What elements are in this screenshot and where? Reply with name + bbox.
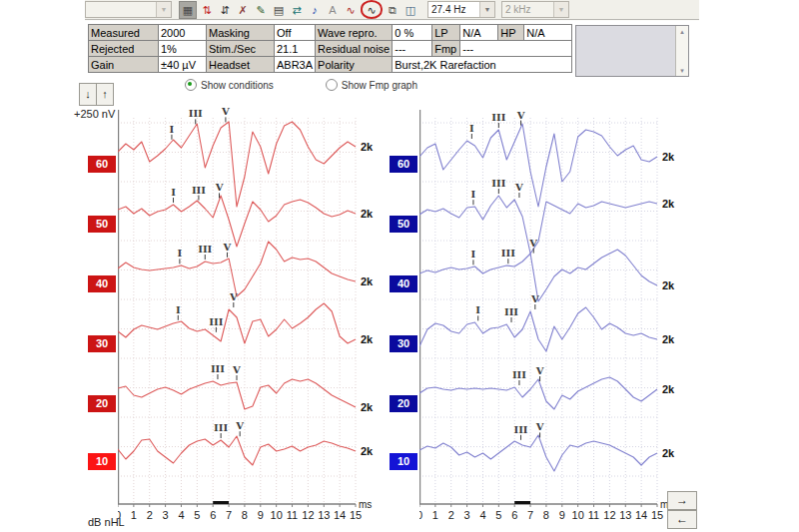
scroll-down-icon[interactable]: ▾ bbox=[676, 65, 688, 76]
x-tick-label: 15 bbox=[651, 509, 663, 521]
table-value-cell: N/A bbox=[524, 25, 572, 41]
abr-curve-right-20[interactable]: IIIV bbox=[419, 365, 657, 409]
abr-curve-left-60[interactable]: IIIIV bbox=[118, 108, 356, 207]
wave-marker-label[interactable]: I bbox=[471, 189, 476, 200]
page-right-button[interactable]: → bbox=[667, 491, 697, 510]
rate-combobox[interactable]: 27.4 Hz ▼ bbox=[427, 1, 495, 18]
edit-report-icon[interactable]: ✎ bbox=[253, 2, 269, 18]
arrange-curves-icon[interactable]: ⇵ bbox=[217, 2, 233, 18]
stimulus-suffix-label: 2k bbox=[361, 333, 374, 345]
overlay-view-icon[interactable]: ▦ bbox=[179, 1, 197, 19]
waveform-trace[interactable] bbox=[419, 377, 657, 409]
talk-forward-icon[interactable]: ♪ bbox=[307, 2, 323, 18]
level-label-right-10[interactable]: 10 bbox=[390, 453, 417, 470]
abr-curve-left-40[interactable]: IIIIV bbox=[118, 242, 356, 296]
wave-marker-label[interactable]: V bbox=[215, 182, 224, 193]
stimulus-suffix-label: 2k bbox=[662, 279, 675, 291]
level-label-left-50[interactable]: 50 bbox=[88, 216, 116, 233]
wave-marker-label[interactable]: I bbox=[176, 304, 181, 315]
wave-marker-label[interactable]: III bbox=[501, 248, 515, 259]
wave-marker-label[interactable]: V bbox=[221, 108, 230, 117]
delete-curve-icon[interactable]: ✗ bbox=[235, 2, 251, 18]
abr-curve-left-10[interactable]: IIIV bbox=[118, 420, 356, 465]
wave-marker-label[interactable]: III bbox=[209, 316, 223, 327]
level-label-right-60[interactable]: 60 bbox=[390, 156, 417, 173]
shift-down-button[interactable]: ↓ bbox=[79, 83, 97, 106]
abr-curve-right-30[interactable]: IIIIV bbox=[419, 293, 657, 351]
x-tick-label: 4 bbox=[479, 509, 485, 521]
abr-curve-right-10[interactable]: IIIV bbox=[419, 421, 657, 471]
wave-marker-label[interactable]: III bbox=[211, 363, 225, 374]
abr-curve-left-20[interactable]: IIIV bbox=[118, 363, 356, 409]
wave-marker-label[interactable]: I bbox=[171, 187, 176, 198]
wave-marker-label[interactable]: I bbox=[471, 249, 476, 260]
abr-curve-right-40[interactable]: IIIIV bbox=[419, 238, 657, 301]
waveform-trace[interactable] bbox=[419, 124, 657, 207]
info-panel-scrollbar[interactable]: ▴ ▾ bbox=[675, 26, 688, 76]
level-label-left-40[interactable]: 40 bbox=[88, 275, 116, 292]
wave-marker-label[interactable]: III bbox=[189, 108, 203, 119]
show-conditions-radio[interactable]: Show conditions bbox=[185, 79, 274, 91]
abr-curve-right-50[interactable]: IIIIV bbox=[419, 178, 657, 254]
level-label-left-10[interactable]: 10 bbox=[88, 453, 116, 470]
preset-combobox[interactable]: ▼ bbox=[85, 1, 172, 18]
level-label-right-20[interactable]: 20 bbox=[390, 395, 417, 412]
text-cursor-icon[interactable]: A bbox=[325, 2, 341, 18]
waveform-trace[interactable] bbox=[419, 435, 657, 471]
x-tick-label: 7 bbox=[527, 509, 533, 521]
waveform-trace[interactable] bbox=[118, 436, 356, 465]
scroll-up-icon[interactable]: ▴ bbox=[676, 26, 688, 37]
wave-marker-label[interactable]: I bbox=[475, 304, 480, 315]
print-icon[interactable]: ▤ bbox=[271, 2, 287, 18]
wave-marker-label[interactable]: III bbox=[192, 185, 206, 196]
wave-marker-label[interactable]: III bbox=[198, 244, 212, 255]
save-icon[interactable]: ◫ bbox=[402, 2, 418, 18]
wave-marker-label[interactable]: I bbox=[170, 124, 175, 135]
wave-marker-label[interactable]: V bbox=[232, 364, 241, 375]
wave-repro-icon[interactable]: ∿ bbox=[361, 0, 383, 19]
transfer-icon[interactable]: ⇄ bbox=[289, 2, 305, 18]
level-label-right-40[interactable]: 40 bbox=[390, 275, 417, 292]
shift-up-button[interactable]: ↑ bbox=[96, 83, 114, 106]
wave-marker-label[interactable]: III bbox=[491, 178, 505, 189]
level-label-left-20[interactable]: 20 bbox=[88, 395, 116, 412]
page-left-button[interactable]: ← bbox=[667, 510, 697, 529]
abr-curve-left-30[interactable]: IIIIV bbox=[118, 291, 356, 343]
new-page-icon[interactable]: ⧉ bbox=[385, 2, 400, 18]
wave-marker-label[interactable]: III bbox=[504, 306, 518, 317]
x-tick-label: 7 bbox=[226, 509, 232, 521]
wave-marker-label[interactable]: III bbox=[491, 112, 505, 123]
level-label-left-60[interactable]: 60 bbox=[88, 156, 116, 173]
wave-marker-label[interactable]: V bbox=[229, 291, 238, 302]
wave-marker-label[interactable]: III bbox=[214, 422, 228, 433]
wave-marker-label[interactable]: III bbox=[514, 424, 528, 435]
wave-marker-label[interactable]: V bbox=[535, 421, 544, 432]
wave-marker-label[interactable]: V bbox=[535, 365, 544, 376]
wave-marker-label[interactable]: V bbox=[235, 420, 244, 431]
waveform-trace[interactable] bbox=[118, 242, 356, 296]
wave-marker-label[interactable]: V bbox=[223, 242, 232, 253]
level-label-right-50[interactable]: 50 bbox=[390, 216, 417, 233]
wave-marker-label[interactable]: V bbox=[516, 110, 525, 121]
waveform-trace[interactable] bbox=[118, 379, 356, 409]
latency-graph-icon[interactable]: ∿ bbox=[343, 2, 359, 18]
abr-curve-right-60[interactable]: IIIIV bbox=[419, 110, 657, 207]
waveform-trace[interactable] bbox=[118, 303, 356, 343]
abr-curve-left-50[interactable]: IIIIV bbox=[118, 182, 356, 247]
wave-marker-label[interactable]: V bbox=[514, 182, 523, 193]
wave-marker-label[interactable]: V bbox=[528, 238, 537, 249]
wave-marker-label[interactable]: I bbox=[469, 123, 474, 134]
table-label-cell: Residual noise bbox=[316, 41, 393, 57]
level-label-left-30[interactable]: 30 bbox=[88, 335, 116, 352]
level-label-right-30[interactable]: 30 bbox=[390, 335, 417, 352]
frequency-combobox[interactable]: 2 kHz ▼ bbox=[501, 1, 569, 18]
left-ear-chart[interactable]: 0123456789101112131415ms2kIIIIV2kIIIIV2k… bbox=[118, 108, 388, 528]
wave-marker-label[interactable]: III bbox=[512, 369, 526, 380]
split-curves-icon[interactable]: ⇅ bbox=[199, 2, 215, 18]
waveform-trace[interactable] bbox=[118, 122, 356, 207]
show-fmp-radio[interactable]: Show Fmp graph bbox=[326, 79, 417, 91]
wave-marker-label[interactable]: I bbox=[178, 248, 183, 259]
waveform-trace[interactable] bbox=[419, 307, 657, 351]
wave-marker-label[interactable]: V bbox=[530, 293, 539, 304]
right-ear-chart[interactable]: 0123456789101112131415ms2kIIIIV2kIIIIV2k… bbox=[419, 108, 689, 528]
